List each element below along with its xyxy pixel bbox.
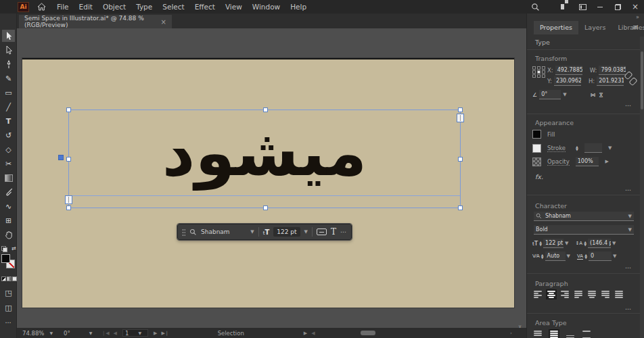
align-left-button[interactable]: [532, 289, 543, 299]
leading-stepper[interactable]: ▲▼: [584, 241, 586, 246]
collapse-panels-icon[interactable]: »: [636, 14, 639, 20]
opacity-arrow-icon[interactable]: ▼: [603, 160, 609, 163]
fill-swatch[interactable]: [1, 254, 10, 263]
text-in-port[interactable]: [65, 195, 72, 204]
eraser-tool[interactable]: ◇: [2, 143, 15, 155]
justify-all-button[interactable]: [614, 289, 624, 299]
color-mode-icon[interactable]: [1, 276, 6, 281]
status-prev-icon[interactable]: ◀: [311, 331, 315, 336]
close-tab-icon[interactable]: ×: [161, 18, 166, 26]
menu-select[interactable]: Select: [162, 3, 184, 11]
font-size-stepper[interactable]: ▲▼: [539, 241, 542, 246]
paintbrush-tool[interactable]: ✎: [2, 72, 15, 84]
artboard-tool[interactable]: ⊞: [2, 214, 15, 226]
justify-last-left-button[interactable]: [573, 289, 584, 299]
kerning-chevron-icon[interactable]: ▼: [567, 254, 570, 259]
artboard-chevron-icon[interactable]: ▼: [138, 331, 141, 335]
scroll-right-icon[interactable]: ›: [510, 331, 512, 336]
leading-chevron-icon[interactable]: ▼: [612, 241, 616, 246]
line-segment-tool[interactable]: ╱: [2, 101, 15, 113]
gradient-tool[interactable]: [2, 172, 15, 184]
chevron-down-icon[interactable]: ▼: [304, 229, 308, 235]
reference-point-locator[interactable]: [532, 66, 545, 78]
fx-button[interactable]: fx.: [535, 173, 543, 180]
stroke-label[interactable]: Stroke: [547, 145, 566, 152]
more-tools-icon[interactable]: ⋯: [2, 316, 15, 329]
center-point-anchor[interactable]: [58, 155, 64, 160]
screen-mode-icon[interactable]: ◫: [2, 301, 15, 314]
opacity-label[interactable]: Opacity: [547, 158, 570, 166]
kerning-stepper[interactable]: ▲▼: [541, 254, 544, 259]
minimize-window-button[interactable]: [591, 0, 609, 14]
y-input[interactable]: 230.0962 p: [554, 76, 581, 86]
font-search-icon[interactable]: [189, 228, 197, 236]
rotation-input[interactable]: 0°: [539, 90, 561, 99]
menu-object[interactable]: Object: [103, 3, 126, 11]
rotate-tool[interactable]: ↺: [2, 129, 15, 141]
font-family-select[interactable]: Shabnam ▼: [534, 212, 634, 221]
text-out-port[interactable]: [457, 114, 464, 122]
last-artboard-icon[interactable]: ▶❘: [161, 331, 168, 336]
justify-last-center-button[interactable]: [586, 289, 597, 299]
zoom-chevron-icon[interactable]: ▼: [49, 331, 53, 335]
next-artboard-icon[interactable]: ▶: [154, 331, 157, 336]
more-transform-icon[interactable]: ⋯: [625, 102, 632, 109]
fill-color-swatch[interactable]: [532, 130, 541, 139]
more-appearance-icon[interactable]: ⋯: [625, 187, 632, 193]
search-icon[interactable]: [526, 0, 544, 14]
drag-handle-icon[interactable]: [182, 228, 185, 236]
chevron-down-icon[interactable]: ▼: [250, 229, 254, 235]
document-tab[interactable]: Semi Space in Illustrator.ai* @ 74.88 % …: [19, 15, 172, 28]
menu-effect[interactable]: Effect: [195, 3, 215, 11]
stroke-weight-chevron-icon[interactable]: ▼: [608, 145, 612, 151]
rotation-value[interactable]: 0°: [64, 330, 70, 337]
pen-tool[interactable]: [2, 58, 15, 70]
handle-middle-right[interactable]: [458, 157, 463, 162]
home-icon[interactable]: [37, 3, 46, 11]
text-object-selection[interactable]: میشود: [68, 110, 461, 208]
font-size-input[interactable]: 122 pt: [543, 239, 564, 248]
tracking-input[interactable]: 0: [589, 251, 612, 261]
direct-selection-tool[interactable]: [2, 44, 15, 56]
prev-artboard-icon[interactable]: ◀: [114, 331, 117, 336]
arrange-documents-icon[interactable]: [574, 0, 591, 14]
w-input[interactable]: 799.0385 p: [599, 66, 626, 75]
horizontal-scrollbar[interactable]: [361, 331, 375, 335]
panel-scrollbar[interactable]: [640, 37, 644, 338]
gradient-mode-icon[interactable]: [7, 276, 12, 281]
menu-view[interactable]: View: [225, 3, 242, 11]
scissors-tool[interactable]: ✂: [2, 158, 15, 170]
font-name-value[interactable]: Shabnam: [201, 228, 246, 235]
artboard-text[interactable]: میشود: [69, 112, 460, 195]
zoom-level[interactable]: 74.88%: [22, 330, 44, 337]
x-input[interactable]: 492.7885 p: [555, 66, 582, 75]
eyedropper-tool[interactable]: [2, 186, 15, 198]
justify-last-right-button[interactable]: [600, 289, 611, 299]
area-align-top-button[interactable]: [532, 329, 543, 338]
tab-layers[interactable]: Layers: [578, 21, 612, 34]
first-artboard-icon[interactable]: ❘◀: [101, 331, 109, 336]
area-align-center-button[interactable]: [549, 329, 559, 338]
menu-help[interactable]: Help: [290, 3, 306, 11]
illustrator-logo[interactable]: Ai: [18, 2, 29, 12]
panel-menu-icon[interactable]: ≡: [632, 23, 639, 32]
tab-libraries[interactable]: Libraries: [612, 21, 644, 34]
stroke-weight-stepper[interactable]: ▲▼: [576, 145, 578, 151]
opacity-icon[interactable]: [532, 158, 541, 166]
shaper-tool[interactable]: ∿: [2, 200, 15, 212]
menu-edit[interactable]: Edit: [79, 3, 93, 11]
align-center-button[interactable]: [546, 289, 557, 299]
flip-vertical-icon[interactable]: ⋈: [597, 92, 603, 97]
kerning-input[interactable]: Auto: [545, 251, 566, 261]
menu-type[interactable]: Type: [136, 3, 152, 11]
restore-window-button[interactable]: [609, 0, 626, 14]
artboard-navigation[interactable]: 1 ▼: [122, 329, 148, 337]
more-paragraph-icon[interactable]: ⋯: [625, 306, 632, 312]
type-tool[interactable]: T: [2, 115, 15, 127]
menu-window[interactable]: Window: [252, 3, 280, 11]
tracking-chevron-icon[interactable]: ▼: [613, 254, 616, 259]
rotation-chevron-icon[interactable]: ▼: [89, 331, 93, 335]
panel-scrollbar-thumb[interactable]: [641, 51, 643, 110]
rotation-chevron-icon[interactable]: ▼: [563, 92, 566, 97]
handle-top-center[interactable]: [263, 107, 268, 112]
